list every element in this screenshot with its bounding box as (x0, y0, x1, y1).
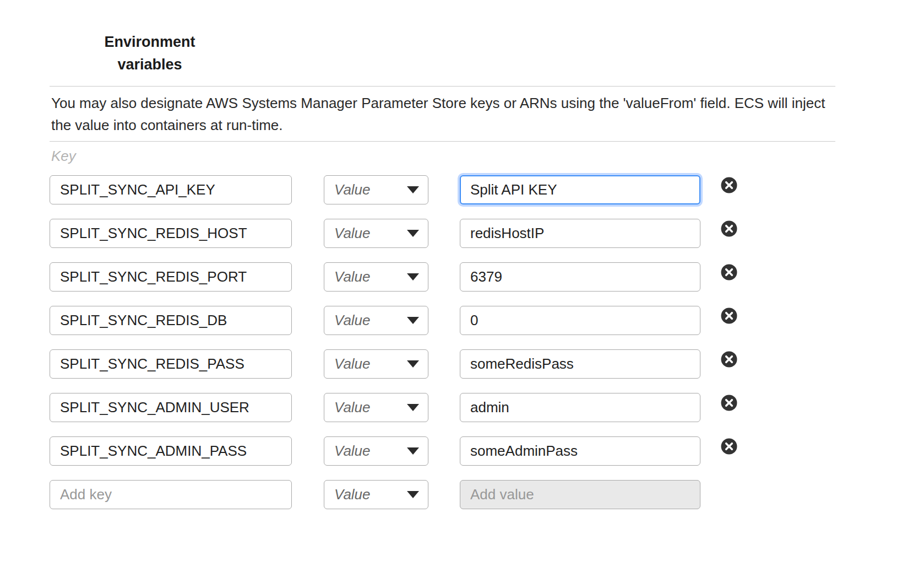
env-var-row: Value (50, 262, 738, 292)
remove-row-button[interactable] (720, 307, 738, 325)
env-key-input[interactable] (50, 219, 292, 248)
chevron-down-icon (407, 491, 419, 498)
x-circle-icon (720, 438, 738, 455)
value-type-label: Value (334, 181, 371, 198)
value-type-dropdown[interactable]: Value (324, 393, 428, 422)
add-key-input[interactable] (50, 480, 292, 509)
env-var-row: Value (50, 393, 738, 422)
value-type-dropdown[interactable]: Value (324, 306, 428, 335)
chevron-down-icon (407, 186, 419, 193)
remove-row-button[interactable] (720, 220, 738, 238)
chevron-down-icon (407, 404, 419, 411)
chevron-down-icon (407, 317, 419, 324)
x-circle-icon (720, 176, 738, 194)
value-type-dropdown[interactable]: Value (324, 175, 428, 204)
add-env-var-row: Value (50, 480, 738, 509)
remove-row-button[interactable] (720, 263, 738, 281)
remove-row-button[interactable] (720, 176, 738, 194)
value-type-label: Value (334, 268, 371, 285)
value-type-dropdown[interactable]: Value (324, 219, 428, 248)
chevron-down-icon (407, 447, 419, 455)
chevron-down-icon (407, 360, 419, 368)
remove-row-button[interactable] (720, 438, 738, 455)
remove-row-button[interactable] (720, 394, 738, 412)
divider-bottom (50, 141, 835, 142)
help-text: You may also designate AWS Systems Manag… (51, 92, 839, 136)
section-title: Environment variables (95, 31, 205, 76)
x-circle-icon (720, 350, 738, 368)
env-key-input[interactable] (50, 262, 292, 292)
chevron-down-icon (407, 273, 419, 280)
value-type-dropdown[interactable]: Value (324, 436, 428, 466)
env-value-input[interactable] (460, 219, 700, 248)
env-value-input[interactable] (460, 436, 700, 466)
env-value-input[interactable] (460, 393, 700, 422)
env-var-row: Value (50, 436, 738, 466)
x-circle-icon (720, 220, 738, 238)
value-type-label: Value (334, 355, 371, 373)
value-type-dropdown[interactable]: Value (324, 349, 428, 379)
value-type-label: Value (334, 443, 371, 460)
env-value-input[interactable] (460, 262, 700, 292)
value-type-label: Value (334, 225, 371, 242)
x-circle-icon (720, 394, 738, 412)
remove-row-button[interactable] (720, 350, 738, 368)
env-value-input[interactable] (460, 306, 700, 335)
env-var-row: Value (50, 175, 738, 204)
add-value-input[interactable] (460, 480, 700, 509)
env-var-row: Value (50, 219, 738, 248)
env-key-input[interactable] (50, 393, 292, 422)
env-var-row: Value (50, 349, 738, 379)
x-circle-icon (720, 307, 738, 325)
value-type-label: Value (334, 486, 371, 503)
env-key-input[interactable] (50, 306, 292, 335)
env-key-input[interactable] (50, 349, 292, 379)
env-var-rows: Value Value Value (50, 175, 738, 524)
env-var-row: Value (50, 306, 738, 335)
env-value-input[interactable] (460, 175, 700, 204)
env-key-input[interactable] (50, 436, 292, 466)
env-key-input[interactable] (50, 175, 292, 204)
value-type-label: Value (334, 399, 371, 416)
value-type-dropdown[interactable]: Value (324, 480, 428, 509)
env-variables-section: Environment variables You may also desig… (0, 0, 924, 561)
env-value-input[interactable] (460, 349, 700, 379)
divider-top (50, 86, 835, 87)
x-circle-icon (720, 263, 738, 281)
chevron-down-icon (407, 230, 419, 237)
value-type-dropdown[interactable]: Value (324, 262, 428, 292)
key-column-header: Key (51, 148, 76, 165)
value-type-label: Value (334, 312, 371, 329)
